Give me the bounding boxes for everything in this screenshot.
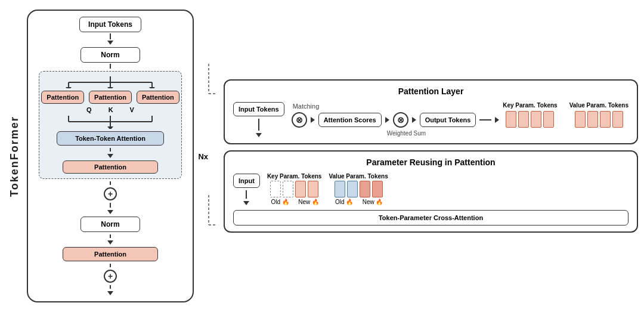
pattention-row: Pattention Pattention Pattention: [41, 91, 179, 104]
tr-hline-end: [479, 119, 491, 121]
br-key-old-label: Old 🔥: [268, 199, 292, 205]
tr-arrow-right-final: [495, 117, 499, 123]
pattention-layer-panel: Pattention Layer Input Tokens Matching ⊗…: [224, 79, 638, 144]
br-key-group: Key Param. Tokens Old 🔥 New 🔥: [267, 173, 322, 205]
br-value-label: Value Param. Tokens: [329, 173, 388, 180]
param-tokens-top-row: Key Param. Tokens Value Param. Tokens: [503, 102, 628, 128]
pattention-middle: Pattention: [63, 160, 158, 174]
key-token-2: [518, 111, 529, 128]
tr-arrow-right3: [412, 117, 416, 123]
pattention-v: Pattention: [137, 91, 179, 104]
key-token-3: [531, 111, 541, 128]
arrow1: [107, 41, 113, 45]
dashed-inner-box: Pattention Pattention Pattention Q K V T…: [39, 71, 182, 179]
pattention-q: Pattention: [41, 91, 84, 104]
tr-arrow-right1: [311, 117, 315, 123]
br-arrow-down1: [243, 201, 249, 205]
br-input-box: Input: [233, 174, 260, 188]
key-param-tokens-col: Key Param. Tokens: [503, 102, 558, 128]
vline4: [110, 181, 111, 185]
k-label: K: [109, 106, 113, 113]
pattention-layer-title: Pattention Layer: [233, 87, 628, 96]
norm2-box: Norm: [80, 217, 140, 232]
weighted-sum-label: Weighted Sum: [387, 130, 426, 137]
br-key-old-1: [270, 181, 281, 197]
attention-scores-box: Attention Scores: [318, 113, 382, 127]
tr-input-tokens-box: Input Tokens: [233, 102, 284, 116]
vline3: [110, 148, 111, 152]
val-token-1: [575, 111, 586, 128]
vertical-label: TokenFormer: [6, 4, 21, 308]
matching-label: Matching: [293, 103, 320, 110]
tr-middle-col: Matching ⊗ Attention Scores ⊗ Output Tok…: [292, 103, 500, 137]
token-token-attention-box: Token-Token Attention: [57, 131, 164, 146]
q-label: Q: [86, 106, 92, 113]
pattention-bottom: Pattention: [63, 247, 158, 261]
key-token-4: [543, 111, 554, 128]
vline6: [110, 234, 111, 238]
nx-label: Nx: [198, 152, 208, 160]
br-value-old-new-labels: Old 🔥 New 🔥: [332, 199, 385, 205]
circle-times-2: ⊗: [393, 112, 408, 128]
pattention-k: Pattention: [89, 91, 132, 104]
br-val-new-2: [372, 181, 383, 197]
br-key-label: Key Param. Tokens: [267, 173, 322, 180]
arrow5: [107, 291, 113, 295]
left-panel: Input Tokens Norm Pattent: [27, 10, 194, 302]
cross-attention-box: Token-Parameter Cross-Attention: [233, 210, 628, 225]
arrow2: [107, 154, 113, 158]
value-param-tokens-col: Value Param. Tokens: [569, 102, 628, 128]
val-token-4: [612, 111, 623, 128]
v-label: V: [130, 106, 134, 113]
br-val-new-label: New 🔥: [361, 199, 385, 205]
vline7: [110, 264, 111, 267]
br-key-token-group: [270, 181, 318, 197]
br-vline1: [246, 190, 247, 199]
val-token-2: [587, 111, 598, 128]
br-key-old-new-labels: Old 🔥 New 🔥: [268, 199, 321, 205]
vline2: [110, 64, 111, 69]
svg-marker-6: [107, 87, 113, 88]
value-token-group: [575, 111, 623, 128]
arrow3: [107, 210, 113, 214]
br-value-token-group: [335, 181, 383, 197]
top-panel-main-row: Input Tokens Matching ⊗ Attention Scores…: [233, 102, 628, 137]
br-key-old-2: [283, 181, 293, 197]
value-param-tokens-label: Value Param. Tokens: [569, 102, 628, 109]
output-tokens-box: Output Tokens: [420, 113, 476, 127]
qkv-row: Q K V: [86, 106, 134, 113]
merge-arrows-svg: [45, 116, 176, 129]
br-value-group: Value Param. Tokens Old 🔥 New 🔥: [329, 173, 388, 205]
diagram-container: TokenFormer Input Tokens Norm: [6, 4, 638, 308]
svg-marker-13: [107, 126, 113, 129]
parameter-reusing-panel: Parameter Reusing in Pattention Input Ke…: [224, 150, 638, 233]
vline5: [110, 203, 111, 208]
vline1: [110, 33, 111, 39]
br-val-old-1: [335, 181, 345, 197]
svg-marker-7: [149, 87, 155, 88]
br-val-old-label: Old 🔥: [332, 199, 356, 205]
key-param-tokens-label: Key Param. Tokens: [503, 102, 558, 109]
split-arrows-svg: [45, 76, 176, 88]
circle-plus-1: +: [104, 187, 117, 200]
val-token-3: [600, 111, 611, 128]
vline8: [110, 285, 111, 289]
input-tokens-col: Input Tokens: [233, 102, 284, 137]
br-val-old-2: [347, 181, 358, 197]
arrow4: [107, 240, 113, 245]
key-token-1: [506, 111, 516, 128]
br-key-new-1: [295, 181, 306, 197]
tr-vline1: [258, 119, 259, 131]
tr-op-row: ⊗ Attention Scores ⊗ Output Tokens: [292, 112, 500, 128]
tr-arrow-right2: [385, 117, 389, 123]
norm1-box: Norm: [80, 47, 140, 63]
br-cross-attention-wrapper: Token-Parameter Cross-Attention: [233, 210, 628, 225]
tr-arrow1: [256, 133, 262, 137]
circle-times-1: ⊗: [292, 112, 307, 128]
br-val-new-1: [360, 181, 370, 197]
br-input-col: Input: [233, 174, 260, 205]
br-key-new-label: New 🔥: [297, 199, 321, 205]
key-token-group: [506, 111, 554, 128]
bottom-panel-main-row: Input Key Param. Tokens Old 🔥: [233, 173, 628, 205]
input-tokens-box: Input Tokens: [79, 17, 141, 32]
